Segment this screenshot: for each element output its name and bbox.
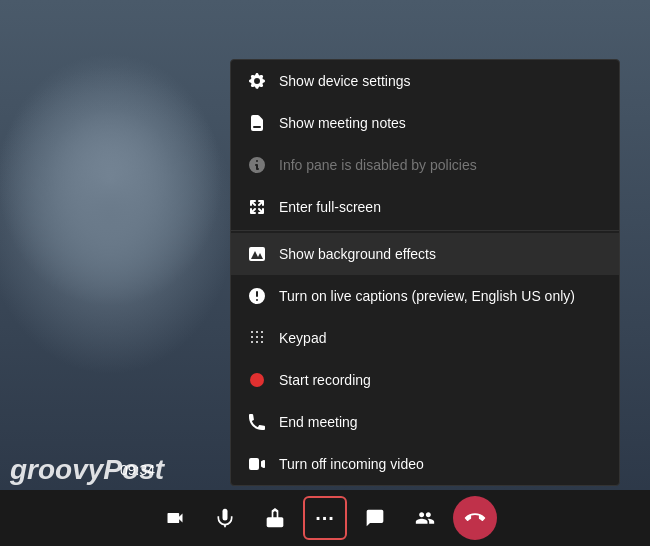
- chat-button[interactable]: [353, 496, 397, 540]
- menu-item-start-recording[interactable]: Start recording: [231, 359, 619, 401]
- more-options-button[interactable]: ···: [303, 496, 347, 540]
- more-options-dots: ···: [315, 507, 335, 530]
- share-button[interactable]: [253, 496, 297, 540]
- menu-item-show-meeting-notes[interactable]: Show meeting notes: [231, 102, 619, 144]
- menu-label-keypad: Keypad: [279, 330, 603, 346]
- timestamp: 09:34: [120, 462, 155, 478]
- menu-label-enter-fullscreen: Enter full-screen: [279, 199, 603, 215]
- menu-item-turn-off-video[interactable]: Turn off incoming video: [231, 443, 619, 485]
- end-meeting-icon: [247, 412, 267, 432]
- mic-button[interactable]: [203, 496, 247, 540]
- fullscreen-icon: [247, 197, 267, 217]
- menu-item-keypad[interactable]: Keypad: [231, 317, 619, 359]
- menu-item-end-meeting[interactable]: End meeting: [231, 401, 619, 443]
- menu-label-show-meeting-notes: Show meeting notes: [279, 115, 603, 131]
- background-icon: [247, 244, 267, 264]
- menu-label-start-recording: Start recording: [279, 372, 603, 388]
- menu-divider: [231, 230, 619, 231]
- menu-item-enter-fullscreen[interactable]: Enter full-screen: [231, 186, 619, 228]
- menu-label-end-meeting: End meeting: [279, 414, 603, 430]
- gear-icon: [247, 71, 267, 91]
- record-icon: [247, 370, 267, 390]
- meeting-toolbar: ···: [0, 490, 650, 546]
- more-options-menu: Show device settings Show meeting notes …: [230, 59, 620, 486]
- info-icon: [247, 155, 267, 175]
- menu-item-show-background[interactable]: Show background effects: [231, 233, 619, 275]
- captions-icon: [247, 286, 267, 306]
- hangup-button[interactable]: [453, 496, 497, 540]
- menu-label-live-captions: Turn on live captions (preview, English …: [279, 288, 603, 304]
- menu-item-info-pane: Info pane is disabled by policies: [231, 144, 619, 186]
- participants-button[interactable]: [403, 496, 447, 540]
- menu-item-live-captions[interactable]: Turn on live captions (preview, English …: [231, 275, 619, 317]
- notes-icon: [247, 113, 267, 133]
- menu-item-show-device-settings[interactable]: Show device settings: [231, 60, 619, 102]
- keypad-icon: [247, 328, 267, 348]
- menu-label-turn-off-video: Turn off incoming video: [279, 456, 603, 472]
- camera-button[interactable]: [153, 496, 197, 540]
- menu-label-info-pane: Info pane is disabled by policies: [279, 157, 603, 173]
- menu-label-show-background: Show background effects: [279, 246, 603, 262]
- video-off-icon: [247, 454, 267, 474]
- menu-label-show-device-settings: Show device settings: [279, 73, 603, 89]
